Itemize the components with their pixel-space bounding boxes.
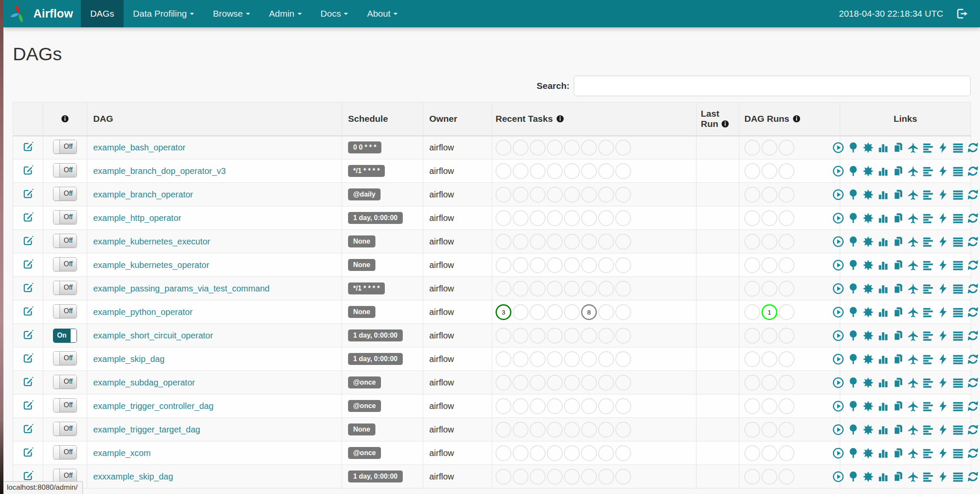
dag-name-link[interactable]: example_http_operator — [93, 213, 181, 223]
task-tries-icon[interactable] — [892, 424, 904, 435]
tree-view-icon[interactable] — [847, 165, 859, 177]
code-icon[interactable] — [937, 236, 949, 247]
landing-times-icon[interactable] — [907, 142, 919, 153]
trigger-dag-icon[interactable] — [832, 330, 844, 341]
logs-icon[interactable] — [952, 283, 964, 294]
gantt-icon[interactable] — [922, 259, 934, 271]
task-duration-icon[interactable] — [877, 377, 889, 388]
dag-name-link[interactable]: example_kubernetes_operator — [93, 260, 209, 270]
tree-view-icon[interactable] — [847, 471, 859, 482]
gantt-icon[interactable] — [922, 400, 934, 412]
edit-dag-icon[interactable] — [23, 259, 33, 269]
dag-toggle[interactable]: On — [53, 329, 77, 343]
graph-view-icon[interactable] — [862, 165, 874, 177]
landing-times-icon[interactable] — [907, 306, 919, 318]
task-duration-icon[interactable] — [877, 306, 889, 318]
graph-view-icon[interactable] — [862, 400, 874, 412]
gantt-icon[interactable] — [922, 377, 934, 388]
task-tries-icon[interactable] — [892, 165, 904, 177]
tree-view-icon[interactable] — [847, 259, 859, 271]
edit-dag-icon[interactable] — [23, 376, 33, 387]
schedule-badge[interactable]: None — [348, 235, 375, 247]
gantt-icon[interactable] — [922, 353, 934, 365]
task-tries-icon[interactable] — [892, 142, 904, 153]
task-tries-icon[interactable] — [892, 330, 904, 341]
task-tries-icon[interactable] — [892, 377, 904, 388]
landing-times-icon[interactable] — [907, 283, 919, 294]
task-duration-icon[interactable] — [877, 400, 889, 412]
gantt-icon[interactable] — [922, 236, 934, 247]
trigger-dag-icon[interactable] — [832, 353, 844, 365]
trigger-dag-icon[interactable] — [832, 212, 844, 224]
task-tries-icon[interactable] — [892, 236, 904, 247]
refresh-icon[interactable] — [967, 236, 979, 247]
tree-view-icon[interactable] — [847, 447, 859, 459]
graph-view-icon[interactable] — [862, 283, 874, 294]
landing-times-icon[interactable] — [907, 330, 919, 341]
code-icon[interactable] — [937, 212, 949, 224]
task-duration-icon[interactable] — [877, 189, 889, 200]
gantt-icon[interactable] — [922, 142, 934, 153]
edit-dag-icon[interactable] — [23, 141, 33, 152]
dag-toggle[interactable]: Off — [53, 445, 77, 459]
task-tries-icon[interactable] — [892, 400, 904, 412]
dag-toggle[interactable]: Off — [53, 234, 77, 248]
logs-icon[interactable] — [952, 377, 964, 388]
gantt-icon[interactable] — [922, 165, 934, 177]
edit-dag-icon[interactable] — [23, 282, 33, 293]
schedule-badge[interactable]: None — [348, 259, 375, 271]
task-tries-icon[interactable] — [892, 471, 904, 482]
graph-view-icon[interactable] — [862, 259, 874, 271]
refresh-icon[interactable] — [967, 330, 979, 341]
landing-times-icon[interactable] — [907, 353, 919, 365]
logs-icon[interactable] — [952, 424, 964, 435]
dag-toggle[interactable]: Off — [53, 351, 77, 365]
nav-item-docs[interactable]: Docs — [311, 0, 358, 27]
tree-view-icon[interactable] — [847, 212, 859, 224]
dag-toggle[interactable]: Off — [53, 257, 77, 271]
tree-view-icon[interactable] — [847, 189, 859, 200]
edit-dag-icon[interactable] — [23, 306, 33, 316]
refresh-icon[interactable] — [967, 424, 979, 435]
dag-toggle[interactable]: Off — [53, 210, 77, 224]
graph-view-icon[interactable] — [862, 306, 874, 318]
task-tries-icon[interactable] — [892, 212, 904, 224]
logs-icon[interactable] — [952, 236, 964, 247]
code-icon[interactable] — [937, 142, 949, 153]
logs-icon[interactable] — [952, 142, 964, 153]
logs-icon[interactable] — [952, 165, 964, 177]
code-icon[interactable] — [937, 471, 949, 482]
tree-view-icon[interactable] — [847, 330, 859, 341]
logs-icon[interactable] — [952, 353, 964, 365]
landing-times-icon[interactable] — [907, 400, 919, 412]
code-icon[interactable] — [937, 424, 949, 435]
dag-name-link[interactable]: example_trigger_controller_dag — [93, 401, 213, 411]
dag-name-link[interactable]: exxxample_skip_dag — [93, 472, 173, 481]
landing-times-icon[interactable] — [907, 424, 919, 435]
tree-view-icon[interactable] — [847, 377, 859, 388]
dag-name-link[interactable]: example_xcom — [93, 448, 151, 458]
trigger-dag-icon[interactable] — [832, 377, 844, 388]
gantt-icon[interactable] — [922, 424, 934, 435]
task-duration-icon[interactable] — [877, 165, 889, 177]
task-tries-icon[interactable] — [892, 353, 904, 365]
refresh-icon[interactable] — [967, 306, 979, 318]
task-duration-icon[interactable] — [877, 424, 889, 435]
refresh-icon[interactable] — [967, 212, 979, 224]
refresh-icon[interactable] — [967, 259, 979, 271]
refresh-icon[interactable] — [967, 142, 979, 153]
trigger-dag-icon[interactable] — [832, 400, 844, 412]
task-duration-icon[interactable] — [877, 353, 889, 365]
landing-times-icon[interactable] — [907, 212, 919, 224]
edit-dag-icon[interactable] — [23, 353, 33, 363]
trigger-dag-icon[interactable] — [832, 447, 844, 459]
schedule-badge[interactable]: None — [348, 306, 375, 318]
landing-times-icon[interactable] — [907, 236, 919, 247]
dag-name-link[interactable]: example_passing_params_via_test_command — [93, 284, 269, 293]
task-tries-icon[interactable] — [892, 447, 904, 459]
edit-dag-icon[interactable] — [23, 329, 33, 340]
dag-toggle[interactable]: Off — [53, 469, 77, 483]
schedule-badge[interactable]: @once — [348, 376, 381, 388]
schedule-badge[interactable]: @daily — [348, 188, 381, 200]
graph-view-icon[interactable] — [862, 330, 874, 341]
